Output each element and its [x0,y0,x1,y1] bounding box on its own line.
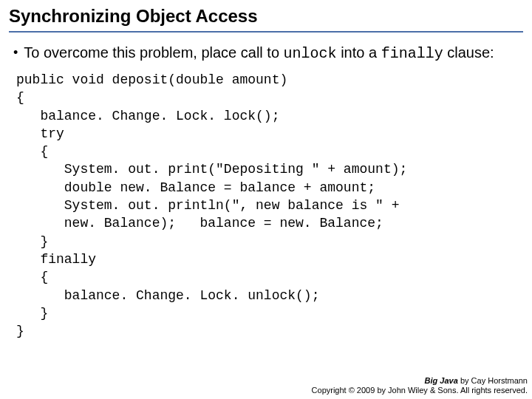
code-block: public void deposit(double amount){ bala… [16,71,523,340]
code-line: System. out. print("Depositing " + amoun… [16,160,523,178]
bullet-post: clause: [443,44,494,61]
bullet-text: To overcome this problem, place call to … [24,43,520,64]
slide-title: Synchronizing Object Access [9,6,523,33]
code-line: { [16,89,523,106]
code-line: { [16,143,523,160]
bullet-mid: into a [337,44,381,61]
footer-line-1: Big Java by Cay Horstmann [312,376,528,386]
code-line: } [16,322,523,340]
code-line: finally [16,250,523,268]
code-line: System. out. println(", new balance is "… [16,197,523,214]
book-author: by Cay Horstmann [458,376,528,385]
code-line: new. Balance); balance = new. Balance; [16,214,523,232]
code-line: } [16,304,523,322]
footer-line-2: Copyright © 2009 by John Wiley & Sons. A… [312,386,528,396]
code-line: { [16,268,523,286]
footer: Big Java by Cay Horstmann Copyright © 20… [312,376,528,397]
code-line: public void deposit(double amount) [16,71,523,89]
bullet-item: • To overcome this problem, place call t… [12,43,520,64]
slide: Synchronizing Object Access • To overcom… [0,0,532,340]
code-line: double new. Balance = balance + amount; [16,179,523,197]
bullet-dot: • [13,43,18,64]
bullet-pre: To overcome this problem, place call to [24,44,283,61]
code-line: balance. Change. Lock. lock(); [16,107,523,125]
code-line: try [16,125,523,143]
book-title: Big Java [425,376,458,385]
code-line: } [16,233,523,250]
inline-code-unlock: unlock [284,45,337,62]
inline-code-finally: finally [381,45,443,62]
code-line: balance. Change. Lock. unlock(); [16,287,523,304]
